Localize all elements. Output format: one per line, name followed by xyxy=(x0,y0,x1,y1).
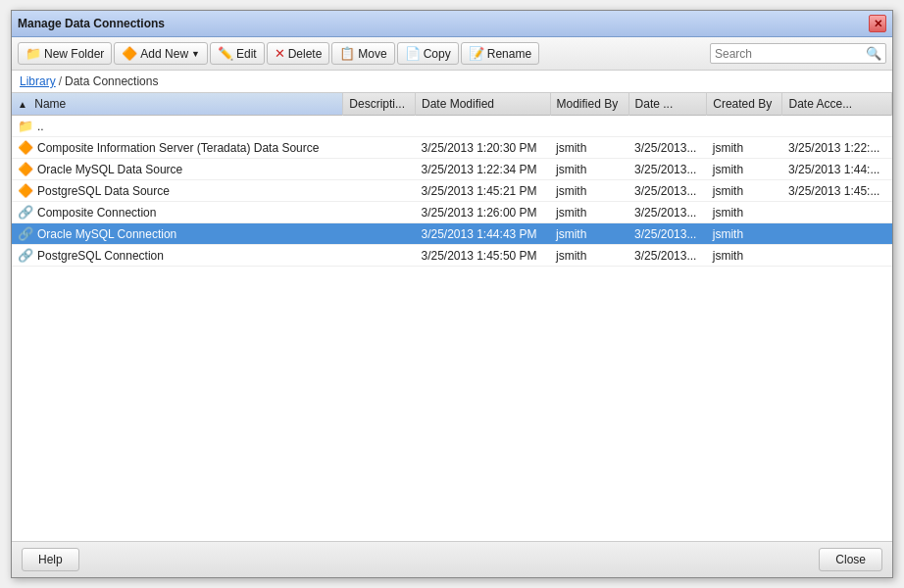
breadcrumb-separator: / xyxy=(59,74,62,88)
cell-date-accessed xyxy=(782,245,892,267)
col-header-date-created[interactable]: Date ... xyxy=(628,93,707,116)
rename-icon: 📝 xyxy=(469,46,484,61)
add-new-button[interactable]: 🔶 Add New ▼ xyxy=(114,42,208,65)
datasource-icon: 🔶 xyxy=(18,183,33,198)
table-row[interactable]: 🔶Oracle MySQL Data Source3/25/2013 1:22:… xyxy=(12,159,892,180)
title-bar: Manage Data Connections ✕ xyxy=(12,11,892,37)
cell-name: 🔗PostgreSQL Connection xyxy=(12,245,343,267)
new-folder-icon: 📁 xyxy=(25,46,41,61)
cell-date-created: 3/25/2013... xyxy=(628,180,707,202)
file-table-container: ▲ Name Descripti... Date Modified Modifi… xyxy=(12,93,892,541)
col-header-name[interactable]: ▲ Name xyxy=(12,93,343,116)
window-close-button[interactable]: ✕ xyxy=(869,15,886,32)
table-row[interactable]: 🔶Composite Information Server (Teradata)… xyxy=(12,137,892,159)
cell-name: 🔶PostgreSQL Data Source xyxy=(12,180,343,202)
edit-button[interactable]: ✏️ Edit xyxy=(210,42,265,65)
folder-icon: 📁 xyxy=(18,119,33,133)
col-header-description[interactable]: Descripti... xyxy=(343,93,416,116)
cell-date-accessed: 3/25/2013 1:22:... xyxy=(782,137,892,159)
cell-date-modified xyxy=(415,116,550,137)
cell-description xyxy=(343,159,416,180)
col-header-date-modified[interactable]: Date Modified xyxy=(415,93,550,116)
cell-created-by xyxy=(707,116,782,137)
delete-icon: ✕ xyxy=(275,46,285,61)
col-header-created-by[interactable]: Created By xyxy=(707,93,782,116)
cell-date-modified: 3/25/2013 1:45:21 PM xyxy=(415,180,550,202)
cell-date-created xyxy=(628,116,707,137)
search-input[interactable] xyxy=(715,47,866,61)
table-row[interactable]: 🔗PostgreSQL Connection3/25/2013 1:45:50 … xyxy=(12,245,892,267)
cell-created-by: jsmith xyxy=(707,202,782,223)
connection-icon: 🔗 xyxy=(18,205,33,220)
cell-description xyxy=(343,137,416,159)
cell-date-created: 3/25/2013... xyxy=(628,223,707,245)
connection-icon: 🔗 xyxy=(18,248,33,263)
rename-button[interactable]: 📝 Rename xyxy=(461,42,539,65)
cell-name: 🔗Composite Connection xyxy=(12,202,343,223)
cell-created-by: jsmith xyxy=(707,223,782,245)
cell-modified-by: jsmith xyxy=(550,159,628,180)
help-button[interactable]: Help xyxy=(22,548,79,571)
edit-icon: ✏️ xyxy=(218,46,233,61)
col-header-date-accessed[interactable]: Date Acce... xyxy=(782,93,892,116)
cell-name: 🔶Oracle MySQL Data Source xyxy=(12,159,343,180)
close-button[interactable]: Close xyxy=(819,548,882,571)
move-icon: 📋 xyxy=(339,46,355,61)
table-row[interactable]: 🔶PostgreSQL Data Source3/25/2013 1:45:21… xyxy=(12,180,892,202)
cell-modified-by xyxy=(550,116,628,137)
table-row[interactable]: 🔗Composite Connection3/25/2013 1:26:00 P… xyxy=(12,202,892,223)
search-box[interactable]: 🔍 xyxy=(710,43,886,64)
cell-description xyxy=(343,116,416,137)
add-new-dropdown-icon: ▼ xyxy=(191,49,200,59)
file-table: ▲ Name Descripti... Date Modified Modifi… xyxy=(12,93,892,267)
cell-date-modified: 3/25/2013 1:45:50 PM xyxy=(415,245,550,267)
cell-date-accessed xyxy=(782,116,892,137)
cell-created-by: jsmith xyxy=(707,137,782,159)
table-row[interactable]: 📁.. xyxy=(12,116,892,137)
cell-created-by: jsmith xyxy=(707,159,782,180)
connection-icon: 🔗 xyxy=(18,226,33,241)
cell-modified-by: jsmith xyxy=(550,223,628,245)
cell-date-modified: 3/25/2013 1:26:00 PM xyxy=(415,202,550,223)
sort-arrow-icon: ▲ xyxy=(18,99,27,110)
cell-date-created: 3/25/2013... xyxy=(628,202,707,223)
toolbar: 📁 New Folder 🔶 Add New ▼ ✏️ Edit ✕ Delet… xyxy=(12,37,892,71)
cell-date-created: 3/25/2013... xyxy=(628,159,707,180)
table-row[interactable]: 🔗Oracle MySQL Connection3/25/2013 1:44:4… xyxy=(12,223,892,245)
col-header-modified-by[interactable]: Modified By xyxy=(550,93,628,116)
cell-created-by: jsmith xyxy=(707,180,782,202)
copy-button[interactable]: 📄 Copy xyxy=(397,42,459,65)
title-bar-controls: ✕ xyxy=(869,15,886,32)
cell-name: 🔗Oracle MySQL Connection xyxy=(12,223,343,245)
cell-modified-by: jsmith xyxy=(550,245,628,267)
cell-date-modified: 3/25/2013 1:22:34 PM xyxy=(415,159,550,180)
copy-icon: 📄 xyxy=(405,46,421,61)
cell-date-modified: 3/25/2013 1:20:30 PM xyxy=(415,137,550,159)
cell-modified-by: jsmith xyxy=(550,202,628,223)
delete-button[interactable]: ✕ Delete xyxy=(267,42,330,65)
bottom-bar: Help Close xyxy=(12,541,892,577)
breadcrumb-library[interactable]: Library xyxy=(20,74,56,88)
window-title: Manage Data Connections xyxy=(18,17,165,30)
cell-description xyxy=(343,202,416,223)
add-new-icon: 🔶 xyxy=(122,46,137,61)
cell-date-modified: 3/25/2013 1:44:43 PM xyxy=(415,223,550,245)
cell-name: 📁.. xyxy=(12,116,343,137)
cell-modified-by: jsmith xyxy=(550,137,628,159)
cell-modified-by: jsmith xyxy=(550,180,628,202)
main-window: Manage Data Connections ✕ 📁 New Folder 🔶… xyxy=(11,10,893,578)
table-header-row: ▲ Name Descripti... Date Modified Modifi… xyxy=(12,93,892,116)
move-button[interactable]: 📋 Move xyxy=(331,42,394,65)
breadcrumb-current: Data Connections xyxy=(65,74,158,88)
datasource-icon: 🔶 xyxy=(18,162,33,176)
breadcrumb: Library / Data Connections xyxy=(12,71,892,93)
cell-date-accessed xyxy=(782,202,892,223)
cell-description xyxy=(343,245,416,267)
cell-date-accessed xyxy=(782,223,892,245)
cell-date-accessed: 3/25/2013 1:44:... xyxy=(782,159,892,180)
cell-date-created: 3/25/2013... xyxy=(628,245,707,267)
new-folder-button[interactable]: 📁 New Folder xyxy=(18,42,112,65)
cell-date-accessed: 3/25/2013 1:45:... xyxy=(782,180,892,202)
search-icon[interactable]: 🔍 xyxy=(866,46,881,61)
cell-description xyxy=(343,180,416,202)
